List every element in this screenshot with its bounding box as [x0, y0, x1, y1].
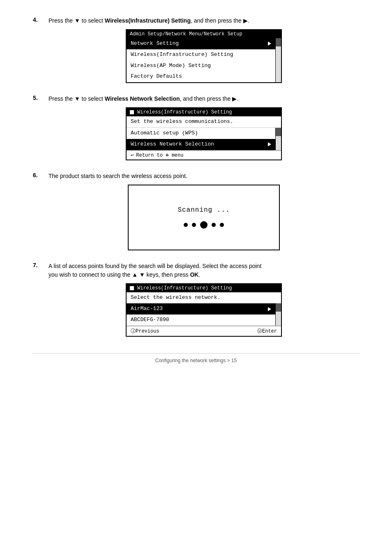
up-arrow-icon-7: ▲: [132, 271, 138, 278]
lcd-row-wireless-ap: Wireless(AP Mode) Setting: [127, 60, 275, 72]
footer-previous: ⒿPrevious: [131, 328, 159, 335]
dot-4: [212, 223, 216, 227]
step-6: 6. The product starts to search the wire…: [33, 172, 359, 250]
right-arrow-icon: ▶: [243, 17, 248, 24]
step-7-content: A list of access points found by the sea…: [48, 262, 359, 337]
lcd-rows-5: Automatic setup (WPS) Wireless Network S…: [127, 128, 275, 150]
lcd-wireless-infra: Wireless(Infrastructure) Setting Set the…: [126, 107, 282, 160]
step-5-content: Press the ▼ to select Wireless Network S…: [48, 95, 359, 160]
lcd-network-setup: Admin Setup/Network Menu/Network Setup N…: [126, 29, 282, 83]
lcd-footer-7: ⒿPrevious ⓊEnter: [127, 326, 281, 336]
scanning-screen: Scanning ...: [128, 185, 280, 250]
scroll-thumb-5: [276, 128, 281, 136]
lcd-subtitle-5: Set the wireless communications.: [127, 116, 281, 128]
step-6-content: The product starts to search the wireles…: [48, 172, 359, 250]
return-icon: ↩: [131, 152, 134, 158]
right-arrow-icon-5: ▶: [232, 95, 237, 102]
lcd-rows-4: Network Setting Wireless(Infrastructure)…: [127, 38, 275, 82]
scroll-track-7: [275, 303, 281, 326]
lcd-row-abcdefg: ABCDEFG-7890: [127, 314, 275, 326]
lcd-row-airmac: AirMac-123: [127, 303, 275, 314]
ok-label: OK: [190, 271, 198, 278]
footer-enter: ⓊEnter: [257, 328, 277, 335]
step-6-text: The product starts to search the wireles…: [48, 172, 359, 180]
step-5-text: Press the ▼ to select Wireless Network S…: [48, 95, 359, 103]
dot-3-large: [200, 221, 208, 229]
lcd-body-5: Automatic setup (WPS) Wireless Network S…: [127, 128, 281, 150]
wireless-icon-7: [130, 286, 134, 290]
scanning-text: Scanning ...: [178, 206, 230, 214]
scroll-thumb-7: [276, 303, 281, 312]
down-arrow-icon-7: ▼: [139, 271, 145, 278]
lcd-body-7: AirMac-123 ABCDEFG-7890: [127, 303, 281, 326]
step-4-bold: Wireless(Infrastructure) Setting: [105, 17, 191, 24]
step-number-5: 5.: [33, 95, 45, 101]
lcd-title-bar-5: Wireless(Infrastructure) Setting: [127, 108, 281, 116]
page-footer: Configuring the network settings > 15: [33, 353, 359, 363]
down-arrow-icon: ▼: [74, 17, 80, 24]
dot-2: [192, 223, 196, 227]
step-7-text: A list of access points found by the sea…: [48, 262, 359, 279]
wireless-icon: [130, 110, 134, 114]
step-4: 4. Press the ▼ to select Wireless(Infras…: [33, 16, 359, 83]
title-text-5: Wireless(Infrastructure) Setting: [137, 109, 232, 115]
row-arrow-icon: [268, 42, 271, 46]
scroll-track-5: [275, 128, 281, 150]
lcd-row-wps: Automatic setup (WPS): [127, 128, 275, 139]
step-4-content: Press the ▼ to select Wireless(Infrastru…: [48, 16, 359, 83]
lcd-network-select: Wireless(Infrastructure) Setting Select …: [126, 283, 282, 337]
step-number-6: 6.: [33, 172, 45, 178]
lcd-rows-7: AirMac-123 ABCDEFG-7890: [127, 303, 275, 326]
lcd-footer-5: ↩ Return to ⊕ menu: [127, 150, 281, 160]
title-text-4: Admin Setup/Network Menu/Network Setup: [130, 31, 242, 37]
step-4-text: Press the ▼ to select Wireless(Infrastru…: [48, 16, 359, 25]
down-arrow-icon-5: ▼: [74, 95, 80, 102]
row-arrow-icon-7: [268, 307, 271, 311]
dot-5: [220, 223, 224, 227]
lcd-title-bar-7: Wireless(Infrastructure) Setting: [127, 284, 281, 292]
step-number-7: 7.: [33, 262, 45, 268]
row-arrow-icon-5: [268, 142, 271, 146]
step-5-bold: Wireless Network Selection: [105, 95, 180, 102]
lcd-row-network-setting: Network Setting: [127, 38, 275, 49]
lcd-row-wireless-network-sel: Wireless Network Selection: [127, 139, 275, 150]
lcd-title-bar-4: Admin Setup/Network Menu/Network Setup: [127, 30, 281, 38]
step-4-screen: Admin Setup/Network Menu/Network Setup N…: [48, 29, 359, 83]
step-7-screen: Wireless(Infrastructure) Setting Select …: [48, 283, 359, 337]
step-number-4: 4.: [33, 16, 45, 23]
scroll-thumb-4: [276, 38, 281, 46]
step-5: 5. Press the ▼ to select Wireless Networ…: [33, 95, 359, 160]
step-7: 7. A list of access points found by the …: [33, 262, 359, 337]
step-6-screen: Scanning ...: [48, 185, 359, 250]
lcd-body-4: Network Setting Wireless(Infrastructure)…: [127, 38, 281, 82]
dot-1: [184, 223, 188, 227]
title-text-7: Wireless(Infrastructure) Setting: [137, 285, 232, 291]
footer-text-5: Return to ⊕ menu: [136, 152, 183, 158]
lcd-subtitle-7: Select the wireless network.: [127, 292, 281, 304]
scroll-track-4: [275, 38, 281, 82]
lcd-row-wireless-infra: Wireless(Infrastructure) Setting: [127, 49, 275, 60]
step-5-screen: Wireless(Infrastructure) Setting Set the…: [48, 107, 359, 160]
lcd-row-factory: Factory Defaults: [127, 71, 275, 82]
scanning-dots: [184, 221, 224, 229]
